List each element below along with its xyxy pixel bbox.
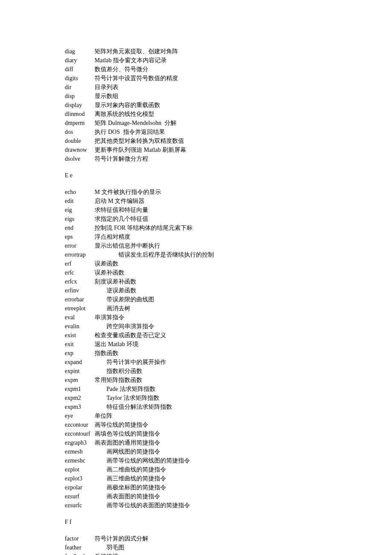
command-description: 特征值分解法求矩阵指数	[95, 402, 327, 411]
command-description: 目录列表	[95, 83, 327, 92]
command-name: expint	[65, 367, 95, 376]
command-name: eps	[65, 232, 95, 241]
command-name: etreeplot	[65, 304, 95, 313]
command-name: ezplot	[65, 465, 95, 474]
command-description: 画表面图的简捷指令	[95, 492, 327, 501]
command-description: 退出 Matlab 环境	[95, 340, 327, 349]
command-description: Matlab 指令窗文本内容记录	[95, 56, 327, 65]
command-name: eye	[65, 411, 95, 420]
command-entry: ezplot 画二维曲线的简捷指令	[65, 465, 327, 474]
command-description: 画等位线的简捷指令	[95, 420, 327, 429]
command-name: ezgraph3	[65, 438, 95, 447]
command-name: exist	[65, 331, 95, 340]
command-entry: exp指数函数	[65, 349, 327, 358]
command-entry: factor符号计算的因式分解	[65, 534, 327, 543]
command-description: 羽毛图	[95, 543, 327, 552]
command-entry: dir目录列表	[65, 83, 327, 92]
command-entry: ezcontourf画填色等位线的简捷指令	[65, 429, 327, 438]
command-name: ezcontour	[65, 420, 95, 429]
command-description: 画极坐标图的简捷指令	[95, 483, 327, 492]
command-name: erfcx	[65, 277, 95, 286]
command-name: display	[65, 101, 95, 110]
command-name: ezsurf	[65, 492, 95, 501]
command-entry: edit启动 M 文件编辑器	[65, 197, 327, 205]
command-description: 指数函数	[95, 349, 327, 358]
command-name: expm	[65, 376, 95, 384]
command-entry: feedback反馈连接	[65, 552, 327, 555]
command-name: error	[65, 241, 95, 250]
command-description: 画网线图的简捷指令	[95, 447, 327, 456]
command-entry: ezmesh 画网线图的简捷指令	[65, 447, 327, 456]
command-name: dmperm	[65, 119, 95, 127]
command-description: 指数积分函数	[95, 367, 327, 376]
command-name: drawnow	[65, 145, 95, 154]
command-name: eig	[65, 205, 95, 214]
command-entry: eps浮点相对精度	[65, 232, 327, 241]
command-description: 误差函数	[95, 259, 327, 268]
command-description: 显示出错信息并中断执行	[95, 241, 327, 250]
command-name: diff	[65, 65, 95, 74]
command-name: erfinv	[65, 286, 95, 295]
command-name: exp	[65, 349, 95, 358]
command-entry: errorbar 带误差限的曲线图	[65, 295, 327, 304]
command-name: dlinmod	[65, 110, 95, 119]
command-entry: ezmeshc 画带等位线的网线图的简捷指令	[65, 456, 327, 465]
command-entry: ezplot3 画三维曲线的简捷指令	[65, 474, 327, 483]
command-name: erfc	[65, 268, 95, 277]
command-entry: eval串演算指令	[65, 313, 327, 322]
command-entry: dos执行 DOS 指令并返回结果	[65, 127, 327, 136]
command-description: 画表面图的通用简捷指令	[95, 438, 327, 447]
command-entry: error显示出错信息并中断执行	[65, 241, 327, 250]
command-name: errorbar	[65, 295, 95, 304]
command-entry: dmperm矩阵 Dulmage-Mendelsohn 分解	[65, 119, 327, 127]
command-entry: erfc误差补函数	[65, 268, 327, 277]
command-entry: expint 指数积分函数	[65, 367, 327, 376]
command-description: 画带等位线的表面图的简捷指令	[95, 501, 327, 510]
command-name: expm1	[65, 384, 95, 393]
command-name: feedback	[65, 552, 95, 555]
command-name: double	[65, 136, 95, 145]
command-name: diag	[65, 47, 95, 56]
command-name: expand	[65, 358, 95, 367]
command-description: 符号计算的因式分解	[95, 534, 327, 543]
command-description: 单位阵	[95, 411, 327, 420]
command-description: 矩阵对角元素提取、创建对角阵	[95, 47, 327, 56]
command-description: Taylor 法求矩阵指数	[95, 393, 327, 402]
command-name: dir	[65, 83, 95, 92]
command-name: ezplot3	[65, 474, 95, 483]
command-description: 误差补函数	[95, 268, 327, 277]
command-name: end	[65, 223, 95, 232]
command-entry: disp显示数组	[65, 92, 327, 101]
command-description: 常用矩阵指数函数	[95, 376, 327, 384]
command-name: eval	[65, 313, 95, 322]
command-name: expm2	[65, 393, 95, 402]
command-description: 画二维曲线的简捷指令	[95, 465, 327, 474]
command-entry: erfinv 逆误差函数	[65, 286, 327, 295]
command-entry: eig求特征值和特征向量	[65, 205, 327, 214]
command-name: factor	[65, 534, 95, 543]
command-description: 跨空间串演算指令	[95, 322, 327, 331]
command-entry: evalin 跨空间串演算指令	[65, 322, 327, 331]
command-name: ezsurfc	[65, 501, 95, 510]
document-content: diag矩阵对角元素提取、创建对角阵diaryMatlab 指令窗文本内容记录d…	[65, 47, 327, 555]
command-description: 符号计算解微分方程	[95, 154, 327, 163]
command-description: 符号计算中设置符号数值的精度	[95, 74, 327, 83]
command-description: 串演算指令	[95, 313, 327, 322]
command-entry: ezsurfc 画带等位线的表面图的简捷指令	[65, 501, 327, 510]
command-description: 把其他类型对象转换为双精度数值	[95, 136, 327, 145]
command-entry: dlinmod离散系统的线性化模型	[65, 110, 327, 119]
command-entry: diag矩阵对角元素提取、创建对角阵	[65, 47, 327, 56]
command-entry: eye单位阵	[65, 411, 327, 420]
command-description: M 文件被执行指令的显示	[95, 188, 327, 197]
command-entry: display显示对象内容的重载函数	[65, 101, 327, 110]
command-name: digits	[65, 74, 95, 83]
command-description: 更新事件队列强迫 Matlab 刷新屏幕	[95, 145, 327, 154]
command-name: erf	[65, 259, 95, 268]
command-entry: diff数值差分、符号微分	[65, 65, 327, 74]
command-entry: expm1 Pade 法求矩阵指数	[65, 384, 327, 393]
command-entry: expm常用矩阵指数函数	[65, 376, 327, 384]
command-entry: erfcx刻度误差补函数	[65, 277, 327, 286]
command-description: 带误差限的曲线图	[95, 295, 327, 304]
command-description: 显示对象内容的重载函数	[95, 101, 327, 110]
command-entry: expm2 Taylor 法求矩阵指数	[65, 393, 327, 402]
